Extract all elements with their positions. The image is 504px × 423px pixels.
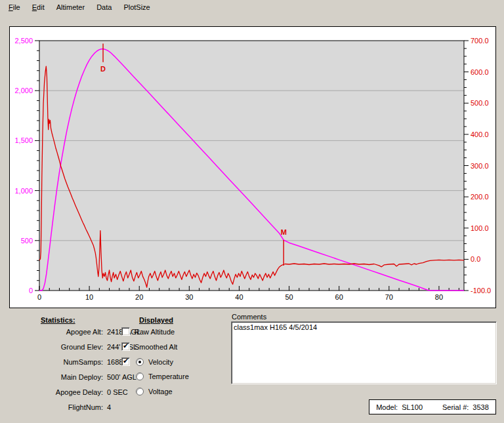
svg-text:400.0: 400.0 <box>471 131 489 138</box>
velocity-row: ✔ Velocity <box>121 357 173 366</box>
smoothed-alt-checkbox[interactable]: ✔ <box>121 342 130 351</box>
svg-text:40: 40 <box>235 293 243 301</box>
stat-value: 500' AGL <box>107 373 136 381</box>
svg-text:0: 0 <box>37 293 41 301</box>
svg-text:10: 10 <box>85 293 93 301</box>
raw-altitude-row: ✔ Raw Altitude <box>121 327 175 336</box>
svg-text:50: 50 <box>285 293 293 301</box>
svg-text:20: 20 <box>135 293 143 301</box>
svg-text:2,000: 2,000 <box>14 87 33 94</box>
model-value: SL100 <box>402 403 423 411</box>
svg-text:-100.0: -100.0 <box>471 287 491 294</box>
model-serial-box: Model: SL100 Serial #: 3538 <box>369 399 496 414</box>
svg-text:0.0: 0.0 <box>471 255 480 263</box>
menu-bar: File Edit Altimeter Data PlotSize <box>0 0 504 14</box>
voltage-label: Voltage <box>148 388 173 395</box>
svg-text:1,500: 1,500 <box>14 136 33 144</box>
temperature-label: Temperature <box>148 373 189 380</box>
stat-label: Apogee Delay: <box>9 388 103 396</box>
temperature-radio[interactable] <box>136 373 144 380</box>
stat-value: 1688 <box>107 358 123 366</box>
check-icon: ✔ <box>123 342 129 350</box>
svg-text:D: D <box>100 65 106 73</box>
menu-item-plotsize[interactable]: PlotSize <box>117 1 156 13</box>
stat-label: Ground Elev: <box>9 343 103 351</box>
temperature-row: Temperature <box>136 373 189 380</box>
model-label: Model: <box>376 403 398 411</box>
svg-text:30: 30 <box>185 293 193 301</box>
svg-text:1,000: 1,000 <box>14 187 33 195</box>
smoothed-alt-row: ✔ Smoothed Alt <box>121 342 177 351</box>
raw-altitude-label: Raw Altitude <box>135 328 175 336</box>
menu-item-data[interactable]: Data <box>91 1 117 13</box>
velocity-label: Velocity <box>148 358 173 366</box>
stat-row-numsamps: NumSamps: 1688 <box>9 358 206 366</box>
stat-row-apogee-delay: Apogee Delay: 0 SEC <box>9 388 206 396</box>
svg-text:500: 500 <box>21 237 33 245</box>
svg-text:200.0: 200.0 <box>471 193 489 201</box>
velocity-radio[interactable] <box>136 358 144 366</box>
overlay-checkbox[interactable]: ✔ <box>121 357 130 366</box>
svg-text:300.0: 300.0 <box>471 162 489 170</box>
serial-label: Serial #: <box>442 403 469 411</box>
svg-text:100.0: 100.0 <box>471 224 489 232</box>
menu-item-edit[interactable]: Edit <box>26 1 51 13</box>
svg-text:60: 60 <box>335 293 343 301</box>
statistics-title: Statistics: <box>41 316 75 324</box>
stat-row-apogee-alt: Apogee Alt: 2418' AGL <box>9 328 206 336</box>
svg-text:80: 80 <box>435 293 443 301</box>
stat-label: NumSamps: <box>9 358 103 366</box>
svg-text:70: 70 <box>385 293 393 301</box>
raw-altitude-checkbox[interactable]: ✔ <box>121 327 130 336</box>
stat-row-flightnum: FlightNum: 4 <box>9 403 206 411</box>
menu-item-file[interactable]: File <box>3 1 26 13</box>
stat-label: Apogee Alt: <box>9 328 103 336</box>
voltage-row: Voltage <box>136 388 173 395</box>
stat-value: 0 SEC <box>107 388 128 396</box>
svg-text:0: 0 <box>29 287 33 294</box>
smoothed-alt-label: Smoothed Alt <box>135 343 177 351</box>
svg-text:700.0: 700.0 <box>471 37 489 45</box>
svg-text:M: M <box>281 228 287 236</box>
chart-panel: 05001,0001,5002,0002,500-100.00.0100.020… <box>9 26 496 308</box>
menu-item-altimeter[interactable]: Altimeter <box>51 1 91 13</box>
displayed-title: Displayed <box>139 316 173 324</box>
check-icon: ✔ <box>123 357 129 365</box>
svg-text:500.0: 500.0 <box>471 99 489 107</box>
flight-chart: 05001,0001,5002,0002,500-100.00.0100.020… <box>10 27 494 306</box>
comments-textarea[interactable]: class1max H165 4/5/2014 <box>231 321 497 384</box>
comments-label: Comments <box>232 313 266 321</box>
stat-label: Main Deploy: <box>9 373 103 381</box>
stat-value: 4 <box>107 403 111 411</box>
serial-value: 3538 <box>472 403 488 411</box>
voltage-radio[interactable] <box>136 388 144 395</box>
svg-text:2,500: 2,500 <box>14 37 33 45</box>
stat-label: FlightNum: <box>9 403 103 411</box>
svg-text:600.0: 600.0 <box>471 68 489 76</box>
